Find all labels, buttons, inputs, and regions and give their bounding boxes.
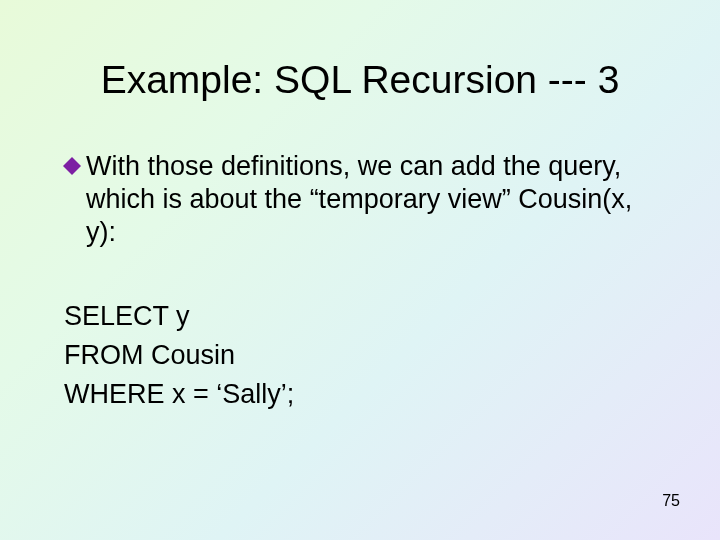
diamond-bullet-icon <box>62 156 84 178</box>
bullet-text: With those definitions, we can add the q… <box>86 150 658 249</box>
bullet-item: With those definitions, we can add the q… <box>62 150 658 249</box>
page-number: 75 <box>662 492 680 510</box>
slide-title: Example: SQL Recursion --- 3 <box>0 58 720 102</box>
code-line: FROM Cousin <box>64 336 658 375</box>
diamond-shape <box>63 157 81 175</box>
sql-code-block: SELECT y FROM Cousin WHERE x = ‘Sally’; <box>64 297 658 414</box>
code-line: SELECT y <box>64 297 658 336</box>
slide-body: With those definitions, we can add the q… <box>62 150 658 414</box>
code-line: WHERE x = ‘Sally’; <box>64 375 658 414</box>
slide: Example: SQL Recursion --- 3 With those … <box>0 0 720 540</box>
